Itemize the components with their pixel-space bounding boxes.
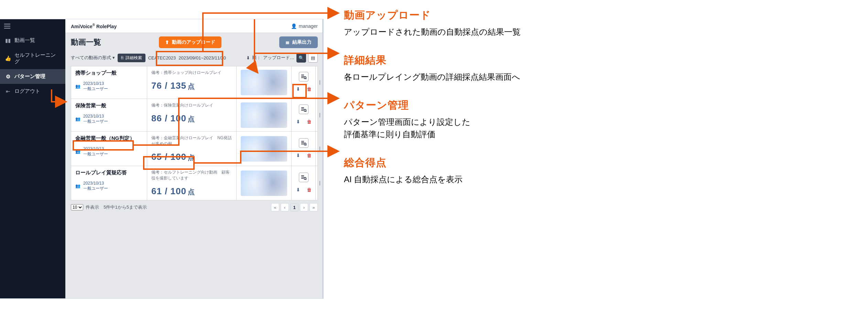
list-row: 金融営業一般（NG判定） 👥 2023/10/13一般ユーザー 備考：金融営業向… — [71, 132, 317, 166]
filter-date-range: 2023/09/01~2023/11/20 — [178, 55, 226, 60]
page-title: 動画一覧 — [71, 37, 101, 47]
annotation-panel: 動画アップロード アップロードされた動画の自動採点の結果一覧 詳細結果 各ロール… — [344, 8, 521, 186]
app-window: ▮▮ 動画一覧 👍 セルフトレーニング ⚙ パターン管理 ⇤ ログアウト — [0, 19, 323, 298]
advanced-search-chip[interactable]: ⎘ 詳細検索 — [118, 54, 145, 62]
user-indicator[interactable]: 👤 manager — [291, 23, 318, 29]
delete-icon[interactable]: 🗑 — [305, 186, 313, 194]
topbar: AmiVoice® RolePlay 👤 manager — [65, 19, 323, 33]
video-thumbnail[interactable] — [241, 136, 287, 162]
row-title: 携帯ショップ一般 — [75, 70, 143, 76]
pager-current[interactable]: 1 — [290, 203, 299, 211]
row-checkbox[interactable] — [319, 80, 320, 85]
divider — [322, 19, 323, 298]
download-icon[interactable]: ⬇ — [294, 151, 302, 160]
sidebar: ▮▮ 動画一覧 👍 セルフトレーニング ⚙ パターン管理 ⇤ ログアウト — [0, 19, 65, 298]
sidebar-item-videos[interactable]: ▮▮ 動画一覧 — [0, 33, 65, 48]
delete-icon[interactable]: 🗑 — [305, 85, 313, 93]
list-row: 携帯ショップ一般 👥 2023/10/13 一般ユーザー 備考：携帯ショップ向け… — [71, 66, 317, 99]
row-checkbox[interactable] — [319, 181, 320, 186]
main-panel: AmiVoice® RolePlay 👤 manager 動画一覧 ⬆ 動画のア… — [65, 19, 323, 298]
export-icon: ≣ — [285, 40, 290, 45]
chart-icon: ▮▮ — [5, 37, 11, 44]
row-title: ロールプレイ質疑応答 — [75, 169, 143, 176]
sidebar-item-label: 動画一覧 — [14, 37, 35, 44]
row-meta: 👥 2023/10/13 一般ユーザー — [75, 81, 143, 91]
video-thumbnail[interactable] — [241, 170, 287, 196]
delete-icon[interactable]: 🗑 — [305, 151, 313, 160]
user-group-icon: 👥 — [75, 117, 80, 121]
filter-tag: CEATEC2023 — [148, 55, 176, 60]
page-size-select[interactable]: 10 — [71, 204, 83, 210]
upload-icon: ⬆ — [165, 40, 169, 45]
sort-down-icon: ⬇ — [246, 55, 250, 60]
pager-next-icon[interactable]: › — [300, 203, 308, 211]
user-group-icon: 👥 — [75, 84, 80, 89]
sort-control[interactable]: ⬇ 順：アップロード… 🔍 ▤ — [246, 53, 318, 63]
filter-bar: すべての動画の形式 ▾ ⎘ 詳細検索 CEATEC2023 2023/09/01… — [65, 52, 323, 66]
row-title: 金融営業一般（NG判定） — [75, 135, 143, 142]
detail-icon[interactable] — [299, 104, 308, 114]
filter-icon: ⎘ — [121, 55, 123, 60]
search-icon[interactable]: 🔍 — [296, 53, 306, 63]
layout-toggle-icon[interactable]: ▤ — [308, 53, 318, 63]
sidebar-item-label: ログアウト — [14, 88, 40, 95]
video-list: 携帯ショップ一般 👥 2023/10/13 一般ユーザー 備考：携帯ショップ向け… — [71, 66, 318, 200]
annotation-upload: 動画アップロード アップロードされた動画の自動採点の結果一覧 — [344, 8, 521, 38]
pager-summary: 件表示 5件中1から5まで表示 — [86, 205, 147, 210]
download-icon[interactable]: ⬇ — [294, 85, 302, 93]
detail-icon[interactable] — [299, 72, 308, 81]
download-icon[interactable]: ⬇ — [294, 118, 302, 126]
sidebar-item-patterns[interactable]: ⚙ パターン管理 — [0, 69, 65, 84]
pager-first-icon[interactable]: « — [271, 203, 279, 211]
user-icon: 👤 — [291, 23, 297, 29]
sidebar-nav: ▮▮ 動画一覧 👍 セルフトレーニング ⚙ パターン管理 ⇤ ログアウト — [0, 33, 65, 99]
upload-button[interactable]: ⬆ 動画のアップロード — [159, 36, 221, 48]
pager-last-icon[interactable]: » — [310, 203, 318, 211]
sidebar-item-label: セルフトレーニング — [14, 52, 61, 65]
delete-icon[interactable]: 🗑 — [305, 118, 313, 126]
video-thumbnail[interactable] — [241, 70, 287, 95]
scope-select[interactable]: すべての動画の形式 ▾ — [71, 55, 115, 61]
row-title: 保険営業一般 — [75, 102, 143, 109]
row-meta: 👥 2023/10/13一般ユーザー — [75, 114, 143, 124]
row-note: 備考：携帯ショップ向けロールプレイ — [151, 70, 232, 76]
hamburger-icon[interactable] — [0, 19, 65, 33]
pager: 10 件表示 5件中1から5まで表示 « ‹ 1 › » — [65, 200, 323, 214]
export-button[interactable]: ≣ 結果出力 — [279, 36, 318, 48]
sidebar-item-logout[interactable]: ⇤ ログアウト — [0, 84, 65, 99]
annotation-pattern: パターン管理 パターン管理画面により設定した 評価基準に則り自動評価 — [344, 98, 521, 141]
gear-icon: ⚙ — [5, 74, 11, 80]
row-checkbox[interactable] — [319, 146, 320, 151]
list-row: 保険営業一般 👥 2023/10/13一般ユーザー 備考：保険営業向けロールプレ… — [71, 99, 317, 132]
download-icon[interactable]: ⬇ — [294, 186, 302, 194]
thumbs-up-icon: 👍 — [5, 55, 11, 62]
pager-prev-icon[interactable]: ‹ — [281, 203, 289, 211]
row-score: 76 / 135点 — [151, 80, 232, 91]
detail-icon[interactable] — [299, 138, 308, 148]
row-checkbox[interactable] — [319, 113, 320, 118]
user-group-icon: 👥 — [75, 184, 80, 188]
sidebar-item-label: パターン管理 — [14, 73, 45, 80]
annotation-detail: 詳細結果 各ロールプレイング動画の詳細採点結果画面へ — [344, 53, 521, 83]
list-row: ロールプレイ質疑応答 👥 2023/10/13一般ユーザー 備考：セルフトレーニ… — [71, 166, 317, 200]
annotation-score: 総合得点 AI 自動採点による総合点を表示 — [344, 156, 521, 186]
detail-icon[interactable] — [299, 173, 308, 182]
user-group-icon: 👥 — [75, 149, 80, 154]
sidebar-item-selftraining[interactable]: 👍 セルフトレーニング — [0, 48, 65, 69]
logout-icon: ⇤ — [5, 88, 11, 95]
app-title: AmiVoice® RolePlay — [71, 23, 117, 29]
video-thumbnail[interactable] — [241, 102, 287, 128]
page-header: 動画一覧 ⬆ 動画のアップロード ≣ 結果出力 — [65, 33, 323, 52]
